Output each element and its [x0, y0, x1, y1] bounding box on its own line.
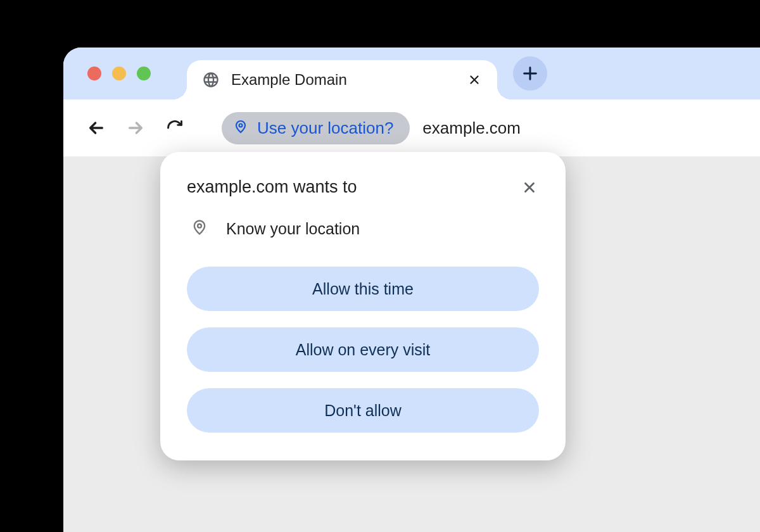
tab-strip: Example Domain [63, 48, 760, 99]
location-icon [233, 119, 248, 137]
permission-chip[interactable]: Use your location? [222, 112, 410, 144]
reload-button[interactable] [163, 117, 186, 139]
browser-tab[interactable]: Example Domain [187, 60, 497, 99]
allow-once-button[interactable]: Allow this time [187, 267, 539, 311]
popover-title: example.com wants to [187, 177, 357, 197]
permission-popover: example.com wants to Know your location … [160, 152, 566, 460]
window-minimize-button[interactable] [112, 66, 126, 80]
popover-close-button[interactable] [520, 178, 539, 197]
new-tab-button[interactable] [513, 56, 547, 91]
allow-always-button[interactable]: Allow on every visit [187, 327, 539, 372]
address-bar[interactable]: Use your location? example.com [222, 112, 521, 144]
back-button[interactable] [85, 117, 108, 139]
tab-title: Example Domain [231, 71, 455, 89]
forward-button[interactable] [124, 117, 147, 139]
svg-point-1 [198, 224, 201, 228]
location-pin-icon [191, 218, 208, 239]
window-fullscreen-button[interactable] [137, 66, 151, 80]
window-close-button[interactable] [87, 66, 101, 80]
window-controls [87, 66, 151, 80]
permission-label: Know your location [226, 220, 360, 238]
url-text: example.com [422, 118, 521, 138]
permission-chip-label: Use your location? [257, 118, 393, 138]
deny-button[interactable]: Don't allow [187, 388, 539, 433]
svg-point-0 [239, 124, 243, 127]
toolbar: Use your location? example.com [63, 99, 760, 156]
globe-icon [202, 71, 220, 89]
popover-header: example.com wants to [187, 177, 539, 197]
permission-buttons: Allow this time Allow on every visit Don… [187, 267, 539, 433]
permission-row: Know your location [187, 218, 539, 239]
tab-close-button[interactable] [467, 72, 482, 87]
